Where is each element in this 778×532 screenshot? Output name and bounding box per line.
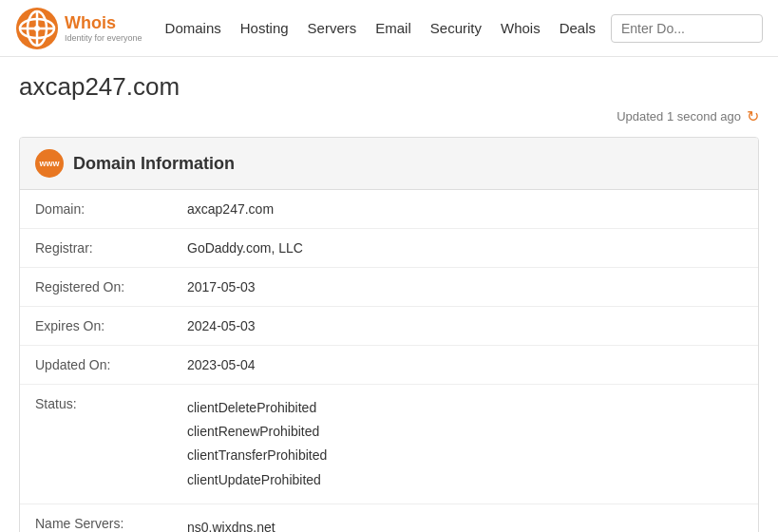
ns-value-1: ns0.wixdns.net [187, 516, 743, 532]
table-row: Updated On: 2023-05-04 [20, 346, 758, 385]
field-value-status: clientDeleteProhibited clientRenewProhib… [172, 385, 758, 504]
status-value-4: clientUpdateProhibited [187, 468, 743, 492]
field-value: GoDaddy.com, LLC [172, 229, 758, 268]
field-value: axcap247.com [172, 190, 758, 229]
table-row: Expires On: 2024-05-03 [20, 307, 758, 346]
nav-email[interactable]: Email [375, 20, 411, 36]
status-value-1: clientDeleteProhibited [187, 396, 743, 420]
card-header: www Domain Information [20, 138, 758, 190]
logo-text-group: Whois Identity for everyone [65, 13, 142, 43]
page-content: axcap247.com Updated 1 second ago ↻ www … [0, 57, 778, 532]
updated-text: Updated 1 second ago [617, 109, 741, 124]
table-row: Registered On: 2017-05-03 [20, 268, 758, 307]
nav-security[interactable]: Security [430, 20, 482, 36]
nav-whois[interactable]: Whois [501, 20, 541, 36]
domain-info-table: Domain: axcap247.com Registrar: GoDaddy.… [20, 190, 758, 532]
refresh-icon[interactable]: ↻ [747, 107, 759, 125]
navbar: Whois Identity for everyone Domains Host… [0, 0, 778, 57]
logo-name: Whois [65, 13, 142, 33]
whois-logo-icon [15, 7, 59, 50]
field-label: Name Servers: [20, 504, 172, 532]
domain-title: axcap247.com [19, 72, 759, 102]
table-row: Status: clientDeleteProhibited clientRen… [20, 385, 758, 504]
status-value-2: clientRenewProhibited [187, 420, 743, 444]
status-values: clientDeleteProhibited clientRenewProhib… [187, 396, 743, 492]
field-label: Registrar: [20, 229, 172, 268]
card-title: Domain Information [73, 154, 235, 174]
field-label: Domain: [20, 190, 172, 229]
field-label: Registered On: [20, 268, 172, 307]
nav-links: Domains Hosting Servers Email Security W… [165, 20, 611, 36]
status-value-3: clientTransferProhibited [187, 444, 743, 467]
www-badge: www [35, 149, 64, 178]
search-input[interactable] [611, 14, 763, 43]
ns-values: ns0.wixdns.net ns1.wixdns.net [187, 516, 743, 532]
logo-subtext: Identity for everyone [65, 33, 142, 43]
field-value-ns: ns0.wixdns.net ns1.wixdns.net [172, 504, 758, 532]
field-value: 2023-05-04 [172, 346, 758, 385]
nav-servers[interactable]: Servers [308, 20, 357, 36]
table-row: Registrar: GoDaddy.com, LLC [20, 229, 758, 268]
updated-bar: Updated 1 second ago ↻ [19, 107, 759, 125]
logo-area[interactable]: Whois Identity for everyone [15, 7, 142, 50]
nav-deals[interactable]: Deals [560, 20, 596, 36]
table-row: Name Servers: ns0.wixdns.net ns1.wixdns.… [20, 504, 758, 532]
field-value: 2024-05-03 [172, 307, 758, 346]
field-value: 2017-05-03 [172, 268, 758, 307]
nav-hosting[interactable]: Hosting [240, 20, 289, 36]
table-row: Domain: axcap247.com [20, 190, 758, 229]
info-card: www Domain Information Domain: axcap247.… [19, 137, 759, 532]
nav-domains[interactable]: Domains [165, 20, 221, 36]
field-label: Expires On: [20, 307, 172, 346]
field-label: Status: [20, 385, 172, 504]
field-label: Updated On: [20, 346, 172, 385]
